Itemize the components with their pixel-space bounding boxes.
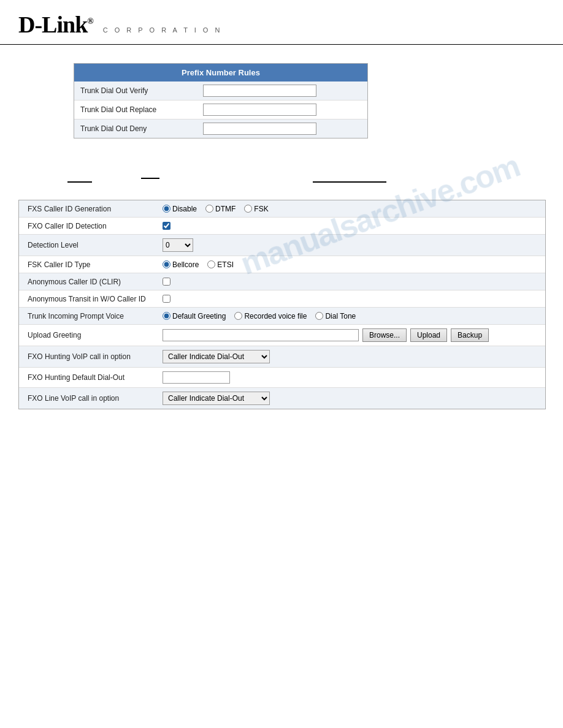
radio-text-etsi: ETSI — [217, 260, 234, 269]
prefix-row-replace: Trunk Dial Out Replace — [74, 100, 367, 119]
label-anonymous-transit: Anonymous Transit in W/O Caller ID — [28, 295, 163, 303]
radio-text-dial-tone: Dial Tone — [325, 312, 356, 320]
dlink-logo: D-Link® — [18, 11, 93, 38]
label-fxo-hunting-default: FXO Hunting Default Dial-Out — [28, 373, 163, 382]
label-detection-level: Detection Level — [28, 241, 163, 249]
row-upload-greeting: Upload Greeting Browse... Upload Backup — [19, 325, 545, 346]
prefix-row-deny: Trunk Dial Out Deny — [74, 119, 367, 138]
row-fxs-caller-id-gen: FXS Caller ID Generation Disable DTMF FS… — [19, 200, 545, 218]
radio-text-default-greeting: Default Greeting — [172, 312, 226, 320]
prefix-input-deny[interactable] — [203, 123, 316, 135]
radio-recorded-voice[interactable] — [234, 312, 242, 320]
registered-mark: ® — [87, 17, 93, 26]
radio-disable[interactable] — [163, 205, 170, 213]
label-upload-greeting: Upload Greeting — [28, 331, 163, 339]
input-fxo-hunting-default[interactable] — [163, 371, 230, 384]
label-fxo-hunting-voip: FXO Hunting VoIP call in option — [28, 352, 163, 361]
underline-3 — [313, 181, 386, 183]
select-detection-level[interactable]: 0 1 2 3 — [163, 238, 193, 252]
radio-label-bellcore[interactable]: Bellcore — [163, 260, 199, 269]
row-detection-level: Detection Level 0 1 2 3 — [19, 235, 545, 256]
radio-label-etsi[interactable]: ETSI — [207, 260, 234, 269]
prefix-input-verify[interactable] — [203, 85, 316, 97]
page-header: D-Link® C O R P O R A T I O N — [0, 0, 563, 45]
checkbox-fxo-caller-id-detection[interactable] — [163, 222, 170, 230]
radio-label-recorded-voice[interactable]: Recorded voice file — [234, 312, 307, 320]
radio-fsk[interactable] — [244, 205, 252, 213]
prefix-number-rules-section: Prefix Number Rules Trunk Dial Out Verif… — [74, 63, 368, 138]
select-fxo-hunting-voip[interactable]: Caller Indicate Dial-Out Other Option — [163, 350, 270, 363]
label-fxs-caller-id-gen: FXS Caller ID Generation — [28, 205, 163, 213]
row-anonymous-caller-id: Anonymous Caller ID (CLIR) — [19, 273, 545, 290]
logo-text: D-Link — [18, 12, 87, 37]
checkbox-anonymous-transit[interactable] — [163, 295, 170, 303]
corporation-text: C O R P O R A T I O N — [103, 26, 223, 34]
control-trunk-incoming-prompt: Default Greeting Recorded voice file Dia… — [163, 312, 356, 320]
control-anonymous-transit — [163, 295, 170, 303]
label-fxo-caller-id-detection: FXO Caller ID Detection — [28, 222, 163, 230]
row-fxo-hunting-voip: FXO Hunting VoIP call in option Caller I… — [19, 346, 545, 368]
radio-dial-tone[interactable] — [315, 312, 323, 320]
label-anonymous-caller-id: Anonymous Caller ID (CLIR) — [28, 278, 163, 286]
settings-section: FXS Caller ID Generation Disable DTMF FS… — [18, 200, 546, 409]
control-fsk-caller-id-type: Bellcore ETSI — [163, 260, 234, 269]
upload-button[interactable]: Upload — [410, 328, 447, 342]
underline-2 — [141, 178, 159, 179]
label-trunk-incoming-prompt: Trunk Incoming Prompt Voice — [28, 312, 163, 320]
prefix-label-verify: Trunk Dial Out Verify — [80, 86, 203, 95]
prefix-input-replace[interactable] — [203, 104, 316, 116]
label-fxo-line-voip: FXO Line VoIP call in option — [28, 394, 163, 403]
radio-label-default-greeting[interactable]: Default Greeting — [163, 312, 226, 320]
prefix-label-deny: Trunk Dial Out Deny — [80, 124, 203, 133]
row-trunk-incoming-prompt: Trunk Incoming Prompt Voice Default Gree… — [19, 308, 545, 325]
radio-text-fsk: FSK — [254, 205, 268, 213]
radio-label-disable[interactable]: Disable — [163, 205, 197, 213]
main-content: Prefix Number Rules Trunk Dial Out Verif… — [0, 45, 563, 422]
radio-dtmf[interactable] — [205, 205, 213, 213]
row-fxo-hunting-default: FXO Hunting Default Dial-Out — [19, 368, 545, 388]
radio-label-dial-tone[interactable]: Dial Tone — [315, 312, 356, 320]
radio-bellcore[interactable] — [163, 260, 170, 268]
row-fxo-line-voip: FXO Line VoIP call in option Caller Indi… — [19, 388, 545, 409]
backup-button[interactable]: Backup — [451, 328, 489, 342]
checkbox-anonymous-caller-id[interactable] — [163, 278, 170, 286]
control-detection-level: 0 1 2 3 — [163, 238, 193, 252]
radio-text-recorded-voice: Recorded voice file — [244, 312, 307, 320]
radio-text-disable: Disable — [172, 205, 197, 213]
row-fsk-caller-id-type: FSK Caller ID Type Bellcore ETSI — [19, 256, 545, 273]
control-anonymous-caller-id — [163, 278, 170, 286]
prefix-section-header: Prefix Number Rules — [74, 64, 367, 82]
divider-area — [18, 157, 545, 194]
control-fxo-hunting-default — [163, 371, 230, 384]
control-upload-greeting: Browse... Upload Backup — [163, 328, 489, 342]
control-fxo-line-voip: Caller Indicate Dial-Out Other Option — [163, 392, 270, 405]
underline-1 — [67, 181, 92, 183]
radio-label-dtmf[interactable]: DTMF — [205, 205, 236, 213]
prefix-label-replace: Trunk Dial Out Replace — [80, 105, 203, 114]
radio-text-bellcore: Bellcore — [172, 260, 199, 269]
row-fxo-caller-id-detection: FXO Caller ID Detection — [19, 218, 545, 235]
radio-label-fsk[interactable]: FSK — [244, 205, 268, 213]
browse-button[interactable]: Browse... — [362, 328, 407, 342]
radio-etsi[interactable] — [207, 260, 215, 268]
radio-text-dtmf: DTMF — [215, 205, 236, 213]
upload-greeting-input[interactable] — [163, 329, 359, 341]
prefix-row-verify: Trunk Dial Out Verify — [74, 82, 367, 100]
label-fsk-caller-id-type: FSK Caller ID Type — [28, 260, 163, 269]
row-anonymous-transit: Anonymous Transit in W/O Caller ID — [19, 290, 545, 308]
select-fxo-line-voip[interactable]: Caller Indicate Dial-Out Other Option — [163, 392, 270, 405]
control-fxo-caller-id-detection — [163, 222, 170, 230]
control-fxs-caller-id-gen: Disable DTMF FSK — [163, 205, 269, 213]
radio-default-greeting[interactable] — [163, 312, 170, 320]
control-fxo-hunting-voip: Caller Indicate Dial-Out Other Option — [163, 350, 270, 363]
